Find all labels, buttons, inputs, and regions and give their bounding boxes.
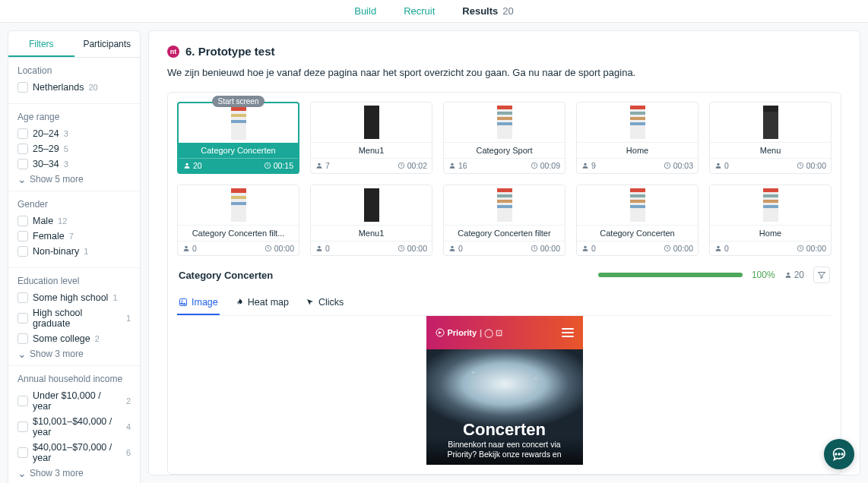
screen-card[interactable]: Start screen Category Concerten 20 00:15: [177, 102, 299, 174]
person-icon: [183, 162, 191, 169]
person-icon: [182, 245, 190, 252]
filter-item[interactable]: Male12: [17, 216, 131, 226]
filter-item[interactable]: 30–343: [17, 159, 131, 169]
svg-point-26: [841, 453, 843, 455]
view-tab-heatmap[interactable]: Heat map: [233, 291, 290, 315]
screen-people: 7: [315, 161, 330, 170]
filter-title: Location: [17, 65, 131, 76]
screen-thumb: [311, 185, 432, 225]
screen-stats: 16 00:09: [444, 158, 565, 172]
screen-name: Category Concerten filter: [444, 225, 565, 241]
screen-time: 00:00: [398, 244, 427, 253]
screen-card[interactable]: Category Concerten 0 00:00: [576, 185, 699, 256]
nav-step-recruit[interactable]: Recruit: [390, 0, 448, 22]
checkbox[interactable]: [17, 333, 28, 344]
screen-card[interactable]: Home 9 00:03: [576, 102, 699, 174]
screen-name: Home: [710, 225, 831, 241]
preview-subtitle: Binnenkort naar een concert via Priority…: [426, 440, 583, 460]
person-icon: [784, 271, 792, 279]
nav-step-results-label: Results: [462, 5, 498, 17]
screen-thumb: [710, 103, 831, 142]
brand-icon: [436, 328, 445, 337]
screen-stats: 0 00:00: [710, 241, 831, 255]
view-tab-image[interactable]: Image: [177, 291, 220, 315]
svg-point-25: [838, 453, 840, 455]
view-tab-clicks[interactable]: Clicks: [304, 291, 345, 315]
person-icon: [581, 162, 589, 169]
help-fab[interactable]: [824, 439, 854, 469]
screen-card[interactable]: Category Concerten filter 0 00:00: [443, 185, 565, 256]
detail-filter-button[interactable]: [813, 267, 830, 283]
clock-icon: [664, 162, 671, 169]
screen-time: 00:09: [531, 161, 560, 170]
filter-item[interactable]: High school graduate1: [17, 308, 131, 329]
filter-item[interactable]: Some college2: [17, 333, 131, 344]
svg-point-20: [787, 273, 789, 275]
screen-stats: 0 00:00: [311, 241, 432, 255]
screen-stats: 0 00:00: [444, 241, 565, 255]
filter-item[interactable]: $10,001–$40,000 / year4: [17, 416, 131, 437]
checkbox[interactable]: [17, 231, 28, 242]
person-icon: [714, 162, 722, 169]
checkbox[interactable]: [17, 447, 28, 458]
show-more-income[interactable]: Show 3 more: [17, 468, 131, 478]
screen-time: 00:15: [264, 161, 293, 170]
screen-card[interactable]: Category Concerten filt... 0 00:00: [177, 185, 299, 256]
checkbox[interactable]: [17, 313, 28, 324]
filter-item[interactable]: 20–243: [17, 128, 131, 139]
screen-card[interactable]: Menu1 0 00:00: [310, 185, 432, 256]
filter-icon: [817, 270, 826, 279]
clock-icon: [398, 162, 405, 169]
filter-item[interactable]: Under $10,000 / year2: [17, 390, 131, 412]
clock-icon: [264, 162, 271, 169]
filter-item[interactable]: Non-binary1: [17, 246, 131, 257]
svg-point-10: [185, 246, 187, 248]
svg-point-6: [584, 163, 586, 166]
person-icon: [448, 245, 456, 252]
show-more-education[interactable]: Show 3 more: [17, 349, 131, 359]
checkbox[interactable]: [17, 128, 28, 139]
preview-wrap: Priority | ◯ ⊡ Concerten Binnenkort naar…: [177, 316, 832, 465]
filter-item[interactable]: Netherlands 20: [17, 82, 131, 93]
checkbox[interactable]: [17, 292, 28, 303]
checkbox[interactable]: [17, 421, 28, 432]
screen-time: 00:03: [664, 161, 693, 170]
checkbox[interactable]: [17, 82, 28, 93]
screen-thumb: [577, 103, 698, 142]
clock-icon: [664, 245, 671, 252]
filter-item[interactable]: 25–295: [17, 144, 131, 154]
screen-thumb: [311, 103, 432, 142]
screen-thumb: [179, 103, 298, 143]
screen-card[interactable]: Home 0 00:00: [709, 185, 832, 256]
filter-item[interactable]: Female7: [17, 231, 131, 242]
screen-people: 16: [448, 161, 467, 170]
filter-group-education: Education level Some high school1 High s…: [8, 268, 140, 366]
checkbox[interactable]: [17, 396, 28, 406]
nav-step-build[interactable]: Build: [341, 0, 390, 22]
screen-card[interactable]: Menu 0 00:00: [709, 102, 832, 174]
checkbox[interactable]: [17, 246, 28, 257]
filter-item[interactable]: $40,001–$70,000 / year6: [17, 442, 131, 463]
svg-point-2: [318, 163, 320, 166]
svg-point-12: [318, 246, 320, 248]
screen-stats: 9 00:03: [577, 158, 698, 172]
screen-card[interactable]: Category Sport 16 00:09: [443, 102, 565, 174]
filter-group-income: Annual household income Under $10,000 / …: [8, 366, 140, 483]
filter-item[interactable]: Some high school1: [17, 292, 131, 303]
show-more-age[interactable]: Show 5 more: [17, 174, 131, 185]
filter-title: Education level: [17, 276, 131, 286]
checkbox[interactable]: [17, 159, 28, 169]
checkbox[interactable]: [17, 144, 28, 154]
screen-card[interactable]: Menu1 7 00:02: [310, 102, 432, 174]
tab-filters[interactable]: Filters: [8, 31, 74, 57]
preview-header: Priority | ◯ ⊡: [426, 316, 583, 349]
screen-stats: 0 00:00: [577, 241, 698, 255]
detail-percent: 100%: [752, 270, 775, 280]
svg-point-4: [451, 163, 453, 166]
preview-title: Concerten: [463, 420, 546, 440]
screen-time: 00:02: [398, 161, 427, 170]
nav-step-results[interactable]: Results 20: [448, 0, 527, 22]
checkbox[interactable]: [17, 216, 28, 226]
tab-participants[interactable]: Participants: [74, 31, 141, 57]
svg-point-14: [451, 246, 453, 248]
